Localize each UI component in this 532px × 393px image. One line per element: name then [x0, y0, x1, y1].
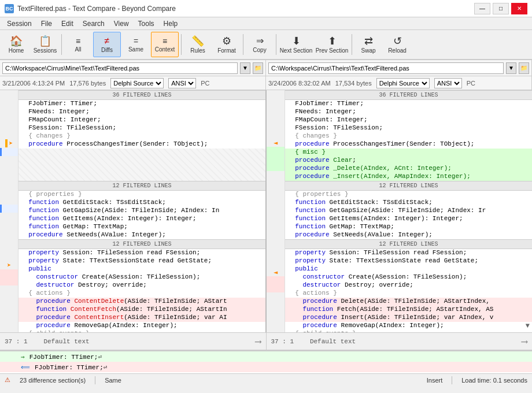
menu-help[interactable]: Help	[159, 18, 183, 29]
gutter-marker-0	[0, 90, 18, 98]
diffs-button[interactable]: ≠ Diffs	[93, 32, 121, 57]
left-line-getmap: function GetMap: TTextMap;	[19, 223, 265, 231]
right-encoding-select[interactable]: ANSI	[434, 78, 462, 88]
left-line-prop: { properties }	[19, 191, 265, 199]
left-line-getitems: function GetItems(AIndex: Integer): Inte…	[19, 215, 265, 223]
right-line-session: property Session: TFileSession read FSes…	[285, 249, 532, 257]
right-path-input[interactable]	[268, 62, 504, 74]
left-gutter: ➤ ➤	[0, 90, 19, 332]
diffs-icon: ≠	[105, 36, 110, 46]
menu-search[interactable]: Search	[78, 18, 109, 29]
right-diff-panel[interactable]: 36 FILTERED LINES FJobTimer: TTimer; FNe…	[285, 90, 532, 332]
left-line-constructor: constructor Create(ASession: TFileSessio…	[19, 273, 265, 281]
format-button[interactable]: ⚙ Format	[213, 32, 241, 57]
gutter-marker-4	[0, 123, 18, 131]
gutter-marker-changed2	[0, 269, 18, 277]
right-size: 17,534 bytes	[335, 80, 372, 87]
prev-section-icon: ⬆	[328, 36, 337, 46]
right-source-select[interactable]: Delphi Source	[376, 78, 430, 88]
gutter-marker-8	[0, 156, 18, 164]
left-path-folder[interactable]: 📁	[253, 62, 263, 74]
gutter-marker-3	[0, 114, 18, 123]
all-icon: ≡	[76, 37, 80, 45]
status-sep-2	[452, 376, 452, 384]
right-path-dropdown[interactable]: ▼	[506, 62, 516, 74]
gutter-marker-20	[0, 253, 18, 261]
gutter-marker-17	[0, 229, 18, 237]
same-icon: =	[134, 37, 138, 45]
left-line-geteditstack: function GetEditStack: TSsEditStack;	[19, 199, 265, 207]
toolbar-sep-1	[61, 34, 62, 55]
gutter-marker-5	[0, 131, 18, 139]
bottom-line-2: ⟸ FJobTimer: TTimer;⏎	[0, 362, 532, 372]
rules-button[interactable]: 📏 Rules	[184, 32, 212, 57]
menu-session[interactable]: Session	[2, 18, 36, 29]
toolbar: 🏠 Home 📋 Sessions ≡ All ≠ Diffs = Same ≡…	[0, 30, 532, 60]
bottom-text-1: FJobTimer: TTimer;⏎	[29, 353, 102, 361]
menu-view[interactable]: View	[109, 18, 134, 29]
gutter-marker-gray: ➤	[0, 139, 18, 148]
left-path-input[interactable]	[2, 62, 238, 74]
maximize-button[interactable]: □	[493, 3, 509, 14]
menu-tools[interactable]: Tools	[134, 18, 159, 29]
r-gutter-changed2	[267, 284, 285, 292]
r-gutter-added1	[267, 147, 285, 155]
right-line-6: procedure ProcessChangesTimer(Sender: TO…	[285, 140, 532, 149]
next-section-button[interactable]: ⬇ Next Section	[279, 32, 313, 57]
prev-section-button[interactable]: ⬆ Prev Section	[315, 32, 349, 57]
swap-button[interactable]: ⇄ Swap	[354, 32, 382, 57]
left-scroll-right: ⟶	[256, 336, 261, 347]
left-size: 17,576 bytes	[69, 80, 106, 87]
right-position: 37 : 1	[271, 338, 294, 345]
right-line-fetch: function Fetch(ASide: TFileInSide; AStar…	[285, 306, 532, 314]
right-gutter: ◄ ◄	[267, 90, 285, 332]
left-lineending: PC	[201, 80, 209, 87]
right-line-2: FNeeds: Integer;	[285, 108, 532, 116]
left-line-session: property Session: TFileSession read FSes…	[19, 249, 265, 257]
right-line-1: FJobTimer: TTimer;	[285, 100, 532, 108]
right-line-public: public	[285, 265, 532, 273]
r-gutter-12	[267, 187, 285, 195]
sessions-button[interactable]: 📋 Sessions	[31, 32, 59, 57]
left-encoding-select[interactable]: ANSI	[168, 78, 196, 88]
r-gutter-19	[267, 244, 285, 252]
right-filtered-header: 36 FILTERED LINES	[285, 90, 532, 100]
left-path-dropdown[interactable]: ▼	[240, 62, 250, 74]
right-scroll-right: ⟶	[522, 336, 527, 347]
left-date: 3/21/2006 4:13:24 PM	[2, 80, 65, 87]
left-source-select[interactable]: Delphi Source	[110, 78, 164, 88]
left-line-public: public	[19, 265, 265, 273]
home-button[interactable]: 🏠 Home	[2, 32, 30, 57]
right-line-5: { changes }	[285, 132, 532, 140]
reload-button[interactable]: ↺ Reload	[383, 32, 411, 57]
right-line-misc: { misc }	[285, 149, 532, 157]
right-line-insert: procedure _Insert(AIndex, AMapIndex: Int…	[285, 173, 532, 181]
close-button[interactable]: ✕	[511, 3, 527, 14]
home-icon: 🏠	[10, 36, 23, 46]
left-filtered-header: 36 FILTERED LINES	[19, 90, 265, 100]
same-button[interactable]: = Same	[122, 32, 150, 57]
r-gutter-changed1	[267, 276, 285, 284]
left-line-1: FJobTimer: TTimer;	[19, 100, 265, 108]
menu-edit[interactable]: Edit	[57, 18, 78, 29]
copy-button[interactable]: ⇒ Copy	[246, 32, 274, 57]
status-bar: ⚠ 23 difference section(s) Same Insert L…	[0, 373, 532, 386]
all-button[interactable]: ≡ All	[64, 32, 92, 57]
remove-arrow-icon: ⟸	[21, 364, 30, 371]
right-line-3: FMapCount: Integer;	[285, 116, 532, 124]
right-section-panel: 37 : 1 Default text ⟶	[267, 333, 533, 350]
format-icon: ⚙	[222, 36, 231, 46]
left-line-destructor: destructor Destroy; override;	[19, 281, 265, 290]
context-button[interactable]: ≡ Context	[151, 32, 179, 57]
right-line-delete: procedure _Delete(AIndex, ACnt: Integer)…	[285, 165, 532, 173]
app-icon: BC	[5, 4, 14, 13]
r-gutter-14	[267, 203, 285, 212]
r-gutter-1	[267, 98, 285, 106]
right-path-folder[interactable]: 📁	[519, 62, 529, 74]
r-gutter-2	[267, 106, 285, 114]
r-gutter-15	[267, 212, 285, 220]
minimize-button[interactable]: —	[474, 3, 490, 14]
gutter-mark-filtered1	[0, 148, 18, 156]
menu-file[interactable]: File	[36, 18, 57, 29]
left-diff-panel[interactable]: 36 FILTERED LINES FJobTimer: TTimer; FNe…	[19, 90, 267, 332]
